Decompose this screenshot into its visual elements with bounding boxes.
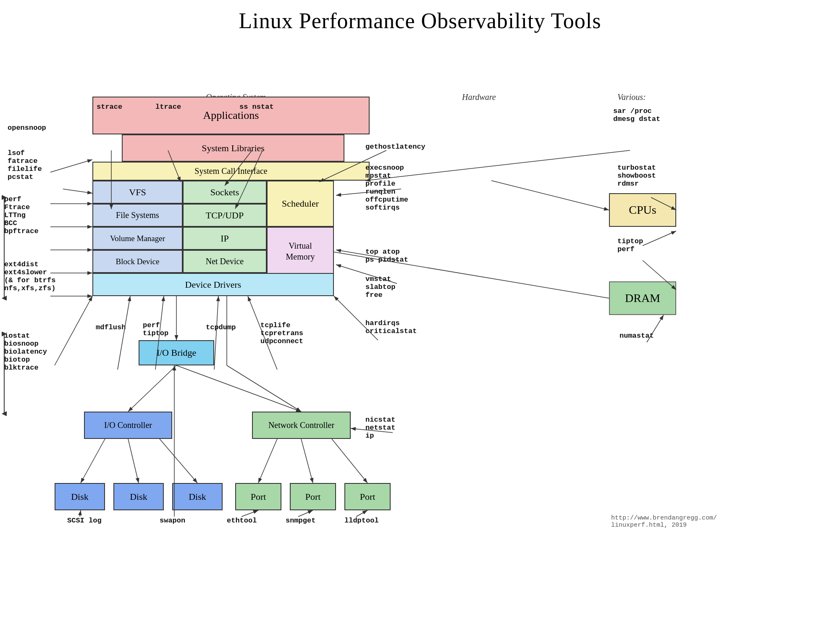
layer-vfs: VFS bbox=[92, 181, 183, 204]
tool-lldptool: lldptool bbox=[344, 517, 379, 525]
layer-io-bridge: I/O Bridge bbox=[139, 340, 214, 365]
tool-opensnoop: opensnoop bbox=[8, 124, 46, 132]
svg-line-45 bbox=[242, 510, 258, 517]
svg-line-43 bbox=[80, 510, 81, 517]
svg-line-47 bbox=[356, 510, 368, 517]
tool-gethostlatency: gethostlatency bbox=[365, 143, 425, 151]
tool-ltrace: ltrace bbox=[155, 103, 181, 111]
tool-perf-ftrace: perfFtraceLTTngBCCbpftrace bbox=[4, 195, 39, 235]
layer-tcpudp: TCP/UDP bbox=[183, 204, 267, 227]
svg-line-10 bbox=[63, 189, 92, 193]
svg-line-40 bbox=[301, 439, 313, 483]
svg-line-41 bbox=[332, 439, 368, 483]
layer-virtual-memory: Virtual Memory bbox=[267, 227, 334, 275]
tool-ss-nstat: ss nstat bbox=[239, 103, 274, 111]
tool-strace: strace bbox=[97, 103, 122, 111]
tool-hardirqs: hardirqscriticalstat bbox=[365, 319, 417, 335]
layer-network-controller: Network Controller bbox=[252, 412, 351, 439]
tool-tiptop-perf: tiptopperf bbox=[617, 237, 643, 253]
url-label: http://www.brendangregg.com/linuxperf.ht… bbox=[611, 514, 717, 529]
tool-vmstat: vmstatslabtopfree bbox=[365, 275, 395, 299]
disk-2: Disk bbox=[113, 483, 164, 510]
tool-snmpget: snmpget bbox=[286, 517, 315, 525]
tool-numastat: numastat bbox=[620, 332, 654, 340]
tool-scsi-log: SCSI log bbox=[67, 517, 102, 525]
layer-device-drivers: Device Drivers bbox=[92, 273, 334, 296]
svg-line-24 bbox=[491, 181, 609, 210]
svg-line-33 bbox=[176, 365, 301, 412]
svg-line-37 bbox=[128, 439, 139, 483]
layer-io-controller: I/O Controller bbox=[84, 412, 172, 439]
svg-line-38 bbox=[160, 439, 197, 483]
disk-1: Disk bbox=[55, 483, 105, 510]
tool-iostat: iostatbiosnoopbiolatencybiotopblktrace bbox=[4, 332, 47, 372]
hw-dram: DRAM bbox=[609, 281, 676, 315]
perf-arrow-indicator bbox=[0, 195, 8, 300]
layer-applications: Applications bbox=[92, 97, 370, 134]
tool-ethtool: ethtool bbox=[227, 517, 257, 525]
hw-section-label: Hardware bbox=[462, 92, 496, 102]
layer-block-device: Block Device bbox=[92, 250, 183, 273]
svg-line-46 bbox=[298, 510, 313, 517]
tool-tcplife: tcplifetcpretransudpconnect bbox=[260, 321, 303, 345]
hw-cpus: CPUs bbox=[609, 193, 676, 227]
tool-sar: sar /procdmesg dstat bbox=[613, 107, 660, 123]
svg-line-32 bbox=[128, 365, 176, 412]
layer-sockets: Sockets bbox=[183, 181, 267, 204]
port-3: Port bbox=[344, 483, 391, 510]
tool-tcpdump: tcpdump bbox=[206, 323, 236, 331]
various-section-label: Various: bbox=[617, 92, 646, 102]
layer-volume-manager: Volume Manager bbox=[92, 227, 183, 250]
svg-line-25 bbox=[118, 296, 130, 370]
disk-3: Disk bbox=[172, 483, 223, 510]
layer-ip: IP bbox=[183, 227, 267, 250]
tool-swapon: swapon bbox=[160, 517, 185, 525]
tool-ext4dist: ext4distext4slower(& for btrfsnfs,xfs,zf… bbox=[4, 260, 55, 292]
layer-syscall: System Call Interface bbox=[92, 162, 370, 181]
port-1: Port bbox=[235, 483, 281, 510]
layer-filesystems: File Systems bbox=[92, 204, 183, 227]
tool-top-atop: top atopps pidstat bbox=[365, 248, 408, 264]
svg-line-30 bbox=[55, 296, 92, 365]
svg-line-39 bbox=[258, 439, 277, 483]
tool-turbostat: turbostatshowboostrdmsr bbox=[617, 164, 656, 188]
iostat-arrow-indicator bbox=[0, 332, 8, 416]
layer-net-device: Net Device bbox=[183, 250, 267, 273]
tool-mdflush: mdflush bbox=[96, 323, 126, 331]
svg-line-27 bbox=[214, 296, 218, 370]
tool-nicstat: nicstatnetstatip bbox=[365, 416, 395, 440]
svg-line-35 bbox=[227, 365, 301, 412]
tool-execsnoop: execsnoopmpstatprofilerunqlenoffcputimes… bbox=[365, 164, 408, 212]
tool-lsof: lsoffatracefilelifepcstat bbox=[8, 149, 42, 181]
svg-line-4 bbox=[50, 160, 92, 172]
layer-scheduler: Scheduler bbox=[267, 181, 334, 227]
svg-line-36 bbox=[81, 439, 105, 483]
diagram: Operating System Hardware Various: Appli… bbox=[0, 46, 840, 630]
tool-perf-tiptop: perftiptop bbox=[143, 321, 168, 337]
port-2: Port bbox=[290, 483, 336, 510]
layer-system-libraries: System Libraries bbox=[122, 134, 344, 162]
svg-line-20 bbox=[643, 231, 676, 246]
page-title: Linux Performance Observability Tools bbox=[0, 0, 840, 33]
